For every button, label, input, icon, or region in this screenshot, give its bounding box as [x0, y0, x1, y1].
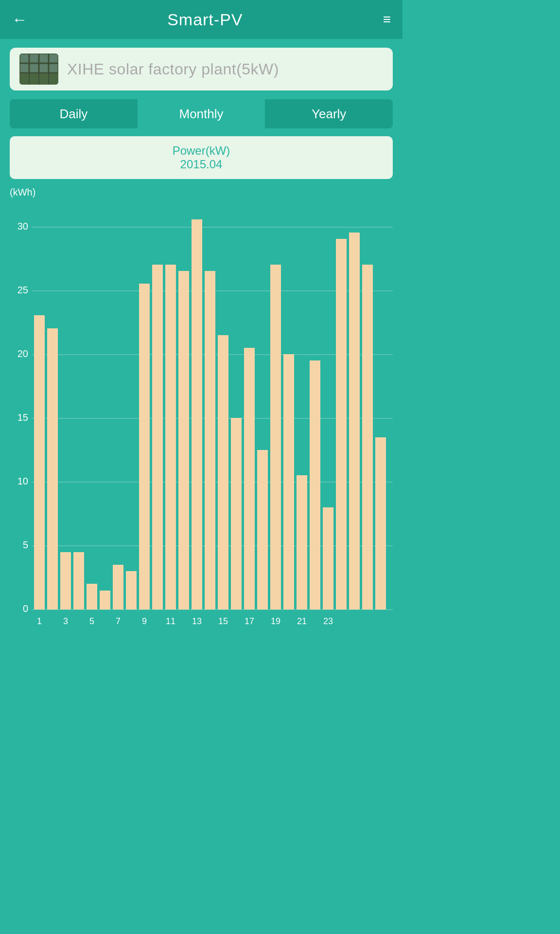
svg-rect-11 — [30, 64, 38, 72]
chart-container: (kWh) 0 5 10 15 20 25 30 — [10, 187, 393, 629]
svg-rect-13 — [50, 64, 57, 72]
bar-12 — [178, 271, 189, 610]
tab-monthly[interactable]: Monthly — [138, 99, 265, 128]
svg-text:23: 23 — [323, 616, 333, 626]
svg-rect-10 — [20, 64, 28, 72]
app-header: ← Smart-PV ≡ — [0, 0, 402, 39]
chart-area: 0 5 10 15 20 25 30 — [10, 201, 393, 629]
bar-11 — [165, 265, 176, 610]
bar-18 — [257, 450, 268, 610]
svg-text:1: 1 — [37, 616, 42, 626]
svg-text:11: 11 — [166, 616, 175, 626]
power-date: 2015.04 — [18, 158, 385, 171]
svg-text:17: 17 — [245, 616, 254, 626]
svg-rect-9 — [50, 54, 57, 62]
bar-9 — [139, 284, 150, 610]
back-button[interactable]: ← — [12, 11, 27, 29]
svg-text:30: 30 — [18, 221, 28, 232]
plant-card[interactable]: XIHE solar factory plant(5kW) — [10, 48, 393, 90]
svg-rect-8 — [40, 54, 48, 62]
bar-10 — [152, 265, 163, 610]
bar-13 — [192, 219, 202, 610]
svg-text:21: 21 — [297, 616, 307, 626]
power-label: Power(kW) — [18, 144, 385, 158]
bar-3 — [60, 552, 71, 610]
tab-yearly[interactable]: Yearly — [265, 99, 393, 128]
svg-text:5: 5 — [89, 616, 94, 626]
bar-14 — [205, 271, 215, 610]
svg-text:0: 0 — [23, 603, 28, 614]
chart-svg: 0 5 10 15 20 25 30 — [10, 201, 393, 629]
svg-text:10: 10 — [18, 476, 28, 486]
bar-15 — [218, 335, 228, 610]
chart-unit: (kWh) — [10, 187, 393, 198]
tab-daily[interactable]: Daily — [10, 99, 138, 128]
bar-8 — [126, 571, 137, 610]
svg-text:13: 13 — [192, 616, 202, 626]
svg-text:25: 25 — [18, 285, 28, 295]
bar-26 — [362, 265, 373, 610]
bar-4 — [73, 552, 84, 610]
bar-24 — [336, 239, 347, 610]
menu-icon[interactable]: ≡ — [383, 12, 391, 27]
bar-27 — [375, 437, 386, 610]
bar-17 — [244, 348, 255, 610]
svg-text:5: 5 — [23, 539, 28, 550]
plant-name: XIHE solar factory plant(5kW) — [67, 60, 279, 78]
bar-19 — [270, 265, 281, 610]
svg-rect-7 — [30, 54, 38, 62]
bar-7 — [113, 565, 123, 610]
svg-text:9: 9 — [142, 616, 147, 626]
bar-22 — [310, 360, 320, 610]
bar-1 — [34, 315, 45, 610]
svg-text:7: 7 — [116, 616, 121, 626]
bar-20 — [283, 354, 294, 610]
bar-23 — [323, 507, 333, 610]
bar-2 — [47, 328, 58, 610]
svg-text:3: 3 — [63, 616, 68, 626]
tab-bar: Daily Monthly Yearly — [10, 99, 393, 128]
svg-rect-6 — [20, 54, 28, 62]
bar-25 — [349, 233, 360, 610]
plant-image — [19, 54, 58, 85]
svg-text:15: 15 — [18, 412, 28, 423]
plant-image-inner — [19, 54, 58, 85]
app-title: Smart-PV — [167, 10, 243, 29]
svg-text:20: 20 — [18, 348, 28, 359]
power-display[interactable]: Power(kW) 2015.04 — [10, 136, 393, 179]
svg-text:15: 15 — [218, 616, 228, 626]
bar-6 — [100, 591, 110, 610]
bar-16 — [231, 418, 242, 610]
bar-21 — [297, 475, 307, 610]
svg-rect-12 — [40, 64, 48, 72]
svg-text:19: 19 — [271, 616, 280, 626]
bar-5 — [87, 584, 97, 610]
